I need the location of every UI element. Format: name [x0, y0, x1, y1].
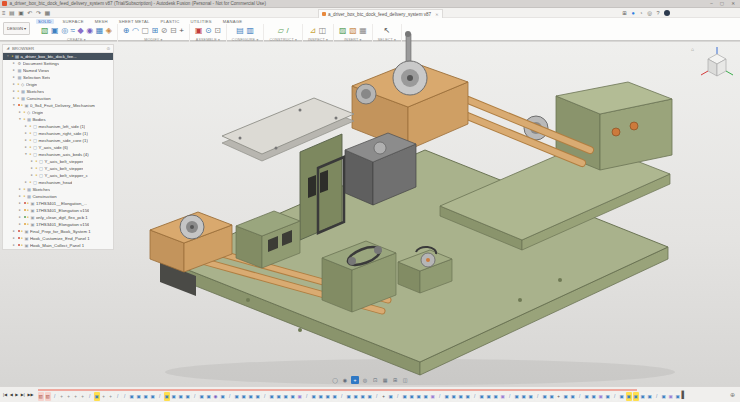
tree-item[interactable]: ▸●▦Construction	[3, 193, 113, 200]
timeline-feature-component[interactable]: ▣	[668, 392, 674, 401]
visibility-icon[interactable]: ●	[24, 194, 26, 198]
timeline-feature-extrude[interactable]: ▣	[150, 392, 156, 401]
visibility-icon[interactable]: ●	[18, 96, 20, 100]
timeline-feature-extrude[interactable]: ▣	[591, 392, 597, 401]
timeline-feature-component[interactable]: ▣	[500, 392, 506, 401]
expand-arrow-icon[interactable]: ▸	[18, 208, 22, 212]
timeline-feature-sketch[interactable]: /	[535, 392, 541, 401]
tree-item[interactable]: ▸●▢mechanism_side_core (1)	[3, 137, 113, 144]
timeline-feature-extrude[interactable]: ▣	[136, 392, 142, 401]
timeline-feature-extrude[interactable]: ▣	[332, 392, 338, 401]
expand-arrow-icon[interactable]: ▸	[30, 173, 34, 177]
timeline-feature-selected-feature[interactable]: ▣	[94, 392, 100, 401]
timeline-feature-sketch[interactable]: /	[52, 392, 58, 401]
visibility-icon[interactable]: ●	[36, 173, 38, 177]
tree-item[interactable]: ▸⚙Document Settings	[3, 60, 113, 67]
timeline-feature-selected-feature[interactable]: ▣	[626, 392, 632, 401]
timeline-feature-construction[interactable]: +	[108, 392, 114, 401]
expand-arrow-icon[interactable]: ▸	[12, 82, 16, 86]
browser-header[interactable]: ◢ BROWSER ⊙	[3, 45, 113, 53]
expand-arrow-icon[interactable]: ▸	[12, 229, 16, 233]
timeline-feature-sketch[interactable]: /	[654, 392, 660, 401]
timeline-feature-extrude[interactable]: ▣	[486, 392, 492, 401]
look-at-icon[interactable]: ◉	[341, 376, 349, 384]
tree-item[interactable]: ▸●◇Origin	[3, 81, 113, 88]
visibility-icon[interactable]: ●	[36, 166, 38, 170]
timeline-feature-extrude[interactable]: ▣	[283, 392, 289, 401]
viewcube[interactable]: ⌂	[698, 44, 736, 90]
tree-item[interactable]: ▾●▤a_driver_box_btc_dock_fee...	[3, 53, 113, 60]
tree-item[interactable]: ▸●▣17HS3401__Elongation_...	[3, 200, 113, 207]
visibility-icon[interactable]: ●	[27, 208, 29, 212]
viewports-icon[interactable]: ◫	[401, 376, 409, 384]
tree-item[interactable]: ▾●▦Bodies	[3, 116, 113, 123]
browser-options-icon[interactable]: ⊙	[106, 46, 110, 51]
tree-item[interactable]: ▸●▣Hook_Main_Collect_Panel 1	[3, 242, 113, 249]
visibility-icon[interactable]: ●	[36, 159, 38, 163]
tree-item[interactable]: ▸●▢mechanism_head	[3, 179, 113, 186]
timeline-feature-sketch[interactable]: /	[507, 392, 513, 401]
timeline-feature-extrude[interactable]: ▣	[185, 392, 191, 401]
visibility-icon[interactable]: ●	[27, 222, 29, 226]
timeline-feature-extrude[interactable]: ▣	[255, 392, 261, 401]
pan-icon[interactable]: +	[351, 376, 359, 384]
timeline-feature-extrude[interactable]: ▣	[570, 392, 576, 401]
timeline-feature-extrude[interactable]: ▣	[542, 392, 548, 401]
timeline-feature-extrude[interactable]: ▣	[241, 392, 247, 401]
visibility-icon[interactable]: ●	[30, 138, 32, 142]
visibility-icon[interactable]: ●	[21, 243, 23, 247]
visibility-icon[interactable]: ●	[24, 187, 26, 191]
timeline-feature-move[interactable]: +	[556, 392, 562, 401]
timeline-feature-extrude[interactable]: ▣	[563, 392, 569, 401]
tree-item[interactable]: ▸●▣Final_Prep_for_Book_System 1	[3, 228, 113, 235]
timeline-rollback-bar[interactable]	[38, 389, 637, 391]
expand-arrow-icon[interactable]: ▸	[24, 138, 28, 142]
home-view-icon[interactable]: ⌂	[691, 46, 694, 52]
timeline-feature-selected-feature[interactable]: ▣	[633, 392, 639, 401]
visibility-icon[interactable]: ●	[12, 54, 14, 58]
expand-arrow-icon[interactable]: ▾	[6, 54, 10, 58]
expand-arrow-icon[interactable]: ▸	[12, 96, 16, 100]
timeline-feature-sketch[interactable]: /	[395, 392, 401, 401]
timeline-feature-sketch[interactable]: /	[612, 392, 618, 401]
timeline-feature-extrude[interactable]: ▣	[549, 392, 555, 401]
timeline-feature-extrude[interactable]: ▣	[178, 392, 184, 401]
tree-item[interactable]: ▸▦Named Views	[3, 67, 113, 74]
step-back-icon[interactable]: ◀	[10, 392, 13, 397]
timeline-feature-sketch[interactable]: /	[262, 392, 268, 401]
tree-item[interactable]: ▸●▣Hook_Customize_End_Panel 1	[3, 235, 113, 242]
expand-arrow-icon[interactable]: ▸	[12, 89, 16, 93]
tree-item[interactable]: ▸●▣17HS3401_Elongation v156	[3, 207, 113, 214]
visibility-icon[interactable]: ●	[18, 82, 20, 86]
timeline-feature-sketch[interactable]: /	[374, 392, 380, 401]
tree-item[interactable]: ▸●▢Y_axis_belt_stepper	[3, 158, 113, 165]
timeline-feature-extrude[interactable]: ▣	[276, 392, 282, 401]
expand-arrow-icon[interactable]: ▸	[24, 124, 28, 128]
tree-item[interactable]: ▸●▢mechanism_left_side (1)	[3, 123, 113, 130]
tree-item[interactable]: ▸●▦Sketches	[3, 88, 113, 95]
visibility-icon[interactable]: ●	[27, 201, 29, 205]
timeline-feature-extrude[interactable]: ▣	[444, 392, 450, 401]
orbit-icon[interactable]: ◯	[331, 376, 339, 384]
expand-arrow-icon[interactable]: ▸	[24, 145, 28, 149]
timeline-feature-extrude[interactable]: ▣	[619, 392, 625, 401]
expand-arrow-icon[interactable]: ▸	[24, 131, 28, 135]
expand-arrow-icon[interactable]: ▸	[12, 75, 16, 79]
expand-arrow-icon[interactable]: ▸	[18, 187, 22, 191]
visibility-icon[interactable]: ●	[30, 124, 32, 128]
timeline-feature-sketch[interactable]: /	[122, 392, 128, 401]
timeline-feature-extrude[interactable]: ▣	[367, 392, 373, 401]
skip-to-start-icon[interactable]: |◀	[3, 392, 7, 397]
expand-arrow-icon[interactable]: ▸	[30, 159, 34, 163]
timeline-feature-extrude[interactable]: ▣	[290, 392, 296, 401]
timeline-feature-extrude[interactable]: ▣	[458, 392, 464, 401]
expand-arrow-icon[interactable]: ▸	[18, 110, 22, 114]
timeline-feature-extrude[interactable]: ▣	[605, 392, 611, 401]
timeline-feature-construction[interactable]: +	[73, 392, 79, 401]
timeline-feature-extrude[interactable]: ▣	[311, 392, 317, 401]
timeline-feature-component[interactable]: ▣	[430, 392, 436, 401]
tree-item[interactable]: ▸●▦Sketches	[3, 186, 113, 193]
timeline-feature-extrude[interactable]: ▣	[129, 392, 135, 401]
timeline-feature-extrude[interactable]: ▣	[661, 392, 667, 401]
expand-arrow-icon[interactable]: ▸	[12, 61, 16, 65]
